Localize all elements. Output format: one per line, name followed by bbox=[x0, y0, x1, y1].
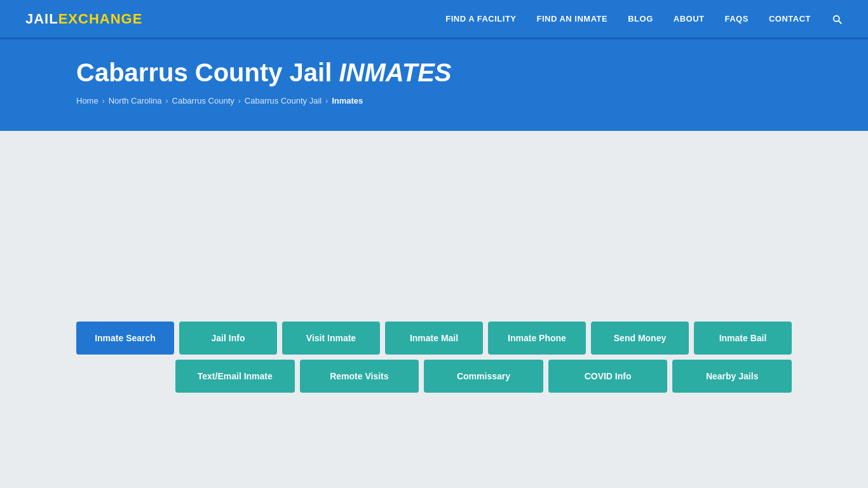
nav-faqs[interactable]: FAQs bbox=[725, 14, 749, 24]
btn-inmate-mail[interactable]: Inmate Mail bbox=[385, 322, 483, 355]
button-row-1: Inmate Search Jail Info Visit Inmate Inm… bbox=[76, 322, 792, 355]
breadcrumb-home[interactable]: Home bbox=[76, 96, 98, 105]
btn-send-money[interactable]: Send Money bbox=[591, 322, 689, 355]
breadcrumb-sep-3: › bbox=[238, 97, 241, 105]
btn-remote-visits[interactable]: Remote Visits bbox=[300, 360, 419, 393]
breadcrumb-sep-1: › bbox=[102, 97, 105, 105]
breadcrumb-sep-2: › bbox=[166, 97, 168, 105]
nav-find-inmate[interactable]: FIND AN INMATE bbox=[537, 14, 608, 24]
nav-blog[interactable]: BLOG bbox=[628, 14, 653, 24]
nav-find-facility[interactable]: FIND A FACILITY bbox=[445, 14, 516, 24]
page-title-normal: Cabarrus County Jail bbox=[76, 58, 332, 86]
btn-text-email-inmate[interactable]: Text/Email Inmate bbox=[175, 360, 295, 393]
hero-section: Cabarrus County Jail INMATES Home › Nort… bbox=[0, 39, 868, 131]
btn-inmate-bail[interactable]: Inmate Bail bbox=[694, 322, 792, 355]
breadcrumb-current: Inmates bbox=[332, 96, 363, 105]
main-nav: FIND A FACILITY FIND AN INMATE BLOG ABOU… bbox=[445, 13, 843, 25]
breadcrumb: Home › North Carolina › Cabarrus County … bbox=[76, 96, 843, 105]
button-row-2: Text/Email Inmate Remote Visits Commissa… bbox=[175, 360, 792, 393]
page-title: Cabarrus County Jail INMATES bbox=[76, 58, 843, 87]
btn-visit-inmate[interactable]: Visit Inmate bbox=[282, 322, 380, 355]
btn-nearby-jails[interactable]: Nearby Jails bbox=[672, 360, 792, 393]
page-title-italic: INMATES bbox=[339, 58, 451, 86]
btn-inmate-phone[interactable]: Inmate Phone bbox=[488, 322, 586, 355]
btn-covid-info[interactable]: COVID Info bbox=[548, 360, 668, 393]
nav-about[interactable]: ABOUT bbox=[674, 14, 705, 24]
site-header: JAIL EXCHANGE FIND A FACILITY FIND AN IN… bbox=[0, 0, 868, 39]
breadcrumb-sep-4: › bbox=[325, 97, 328, 105]
breadcrumb-cabarrus-county-jail[interactable]: Cabarrus County Jail bbox=[245, 96, 322, 105]
site-logo[interactable]: JAIL EXCHANGE bbox=[25, 11, 142, 27]
logo-exchange-text: EXCHANGE bbox=[58, 11, 143, 27]
breadcrumb-north-carolina[interactable]: North Carolina bbox=[109, 96, 162, 105]
nav-contact[interactable]: CONTACT bbox=[769, 14, 811, 24]
breadcrumb-cabarrus-county[interactable]: Cabarrus County bbox=[172, 96, 234, 105]
btn-commissary[interactable]: Commissary bbox=[424, 360, 543, 393]
btn-inmate-search[interactable]: Inmate Search bbox=[76, 322, 174, 355]
tab-buttons-section: Inmate Search Jail Info Visit Inmate Inm… bbox=[76, 322, 792, 393]
main-content: Inmate Search Jail Info Visit Inmate Inm… bbox=[0, 131, 868, 449]
search-icon-button[interactable] bbox=[831, 13, 843, 25]
btn-jail-info[interactable]: Jail Info bbox=[179, 322, 277, 355]
logo-jail-text: JAIL bbox=[25, 11, 58, 27]
search-icon bbox=[831, 13, 843, 25]
